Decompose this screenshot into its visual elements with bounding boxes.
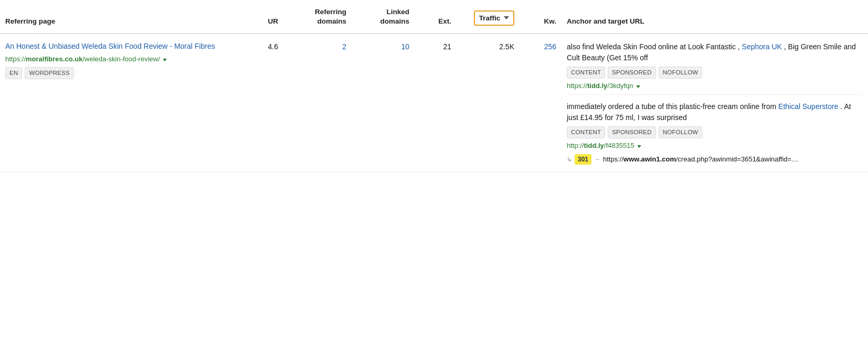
ur-cell: 4.6 xyxy=(241,34,283,172)
page-title-link[interactable]: An Honest & Unbiased Weleda Skin Food Re… xyxy=(5,41,236,52)
sort-arrow-icon xyxy=(504,16,509,19)
table-row: An Honest & Unbiased Weleda Skin Food Re… xyxy=(0,34,868,172)
redirect-row: ↳ 301 → https://www.awin1.com/cread.php?… xyxy=(567,154,863,165)
anchor-divider xyxy=(567,94,863,101)
anchor-tag-sponsored-2: SPONSORED xyxy=(608,126,656,138)
anchor-tag-nofollow-2: NOFOLLOW xyxy=(659,126,703,138)
anchor-entry-2: immediately ordered a tube of this plast… xyxy=(567,101,863,165)
col-header-traffic[interactable]: Traffic xyxy=(457,0,520,34)
anchor-url-arrow-icon-1[interactable] xyxy=(636,85,640,88)
sephora-link[interactable]: Sephora UK xyxy=(742,42,782,51)
col-header-ur: UR xyxy=(241,0,283,34)
anchor-url-2: http://tidd.ly/f4835515 xyxy=(567,140,863,151)
tag-wordpress: WORDPRESS xyxy=(25,67,73,79)
anchor-url-1: https://tidd.ly/3kdyfqn xyxy=(567,81,863,91)
redirect-forward-icon: → xyxy=(594,155,600,164)
ethical-superstore-link[interactable]: Ethical Superstore xyxy=(778,102,838,111)
anchor-tag-sponsored-1: SPONSORED xyxy=(608,67,656,79)
col-header-linked-domains: Linkeddomains xyxy=(352,0,415,34)
traffic-cell: 2.5K xyxy=(457,34,520,172)
anchor-text-2: immediately ordered a tube of this plast… xyxy=(567,101,863,123)
ext-cell: 21 xyxy=(415,34,457,172)
page-tags: EN WORDPRESS xyxy=(5,67,236,79)
col-header-referring-domains: Referringdomains xyxy=(283,0,352,34)
anchor-url-link-2[interactable]: http://tidd.ly/f4835515 xyxy=(567,140,863,151)
kw-link[interactable]: 256 xyxy=(544,42,556,51)
anchor-tag-nofollow-1: NOFOLLOW xyxy=(659,67,703,79)
backlinks-table: Referring page UR Referringdomains Linke… xyxy=(0,0,868,172)
linked-domains-link[interactable]: 10 xyxy=(401,42,409,51)
tag-en: EN xyxy=(5,67,22,79)
anchor-cell: also find Weleda Skin Food online at Loo… xyxy=(562,34,868,172)
page-url-domain: moralfibres.co.uk xyxy=(26,55,82,63)
col-header-ext: Ext. xyxy=(415,0,457,34)
anchor-tag-content-1: CONTENT xyxy=(567,67,605,79)
anchor-url-link-1[interactable]: https://tidd.ly/3kdyfqn xyxy=(567,81,863,91)
referring-page-cell: An Honest & Unbiased Weleda Skin Food Re… xyxy=(0,34,241,172)
linked-domains-cell: 10 xyxy=(352,34,415,172)
anchor-entry-1: also find Weleda Skin Food online at Loo… xyxy=(567,41,863,91)
url-dropdown-icon[interactable] xyxy=(163,59,167,61)
col-header-kw: Kw. xyxy=(520,0,562,34)
anchor-text-1: also find Weleda Skin Food online at Loo… xyxy=(567,41,863,63)
col-header-referring-page: Referring page xyxy=(0,0,241,34)
anchor-url-arrow-icon-2[interactable] xyxy=(637,145,641,148)
anchor-tag-content-2: CONTENT xyxy=(567,126,605,138)
redirect-code-badge: 301 xyxy=(575,154,591,165)
anchor-tags-2: CONTENT SPONSORED NOFOLLOW xyxy=(567,126,863,138)
anchor-tags-1: CONTENT SPONSORED NOFOLLOW xyxy=(567,67,863,79)
kw-cell: 256 xyxy=(520,34,562,172)
redirect-hook-icon: ↳ xyxy=(567,155,572,164)
referring-domains-link[interactable]: 2 xyxy=(342,42,346,51)
referring-domains-cell: 2 xyxy=(283,34,352,172)
page-url: https://moralfibres.co.uk/weleda-skin‑fo… xyxy=(5,54,236,64)
redirect-target-url: https://www.awin1.com/cread.php?awinmid=… xyxy=(603,154,798,165)
col-header-anchor: Anchor and target URL xyxy=(562,0,868,34)
backlinks-table-wrapper: Referring page UR Referringdomains Linke… xyxy=(0,0,868,346)
